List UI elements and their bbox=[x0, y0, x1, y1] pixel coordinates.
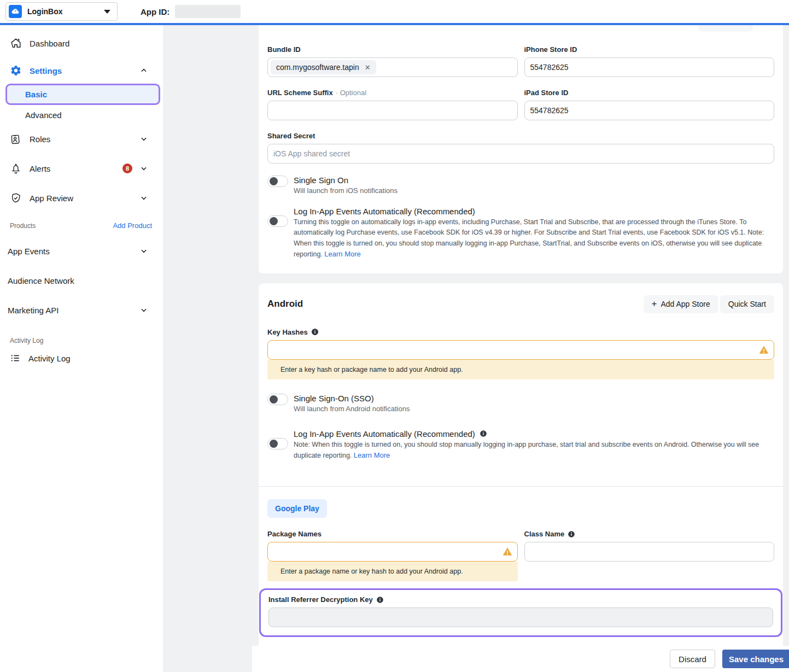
app-selector-dropdown[interactable]: LoginBox bbox=[5, 2, 118, 21]
list-icon bbox=[10, 353, 21, 364]
sidebar-item-label: App Review bbox=[30, 194, 73, 203]
url-scheme-suffix-label: URL Scheme Suffix · Optional bbox=[267, 89, 518, 97]
class-name-label: Class Name bbox=[524, 530, 775, 538]
activity-log-section-label: Activity Log bbox=[0, 337, 163, 344]
sidebar-item-audience-network[interactable]: Audience Network bbox=[0, 272, 163, 289]
warning-icon bbox=[502, 546, 513, 557]
discard-button[interactable]: Discard bbox=[670, 650, 715, 668]
ios-log-events-toggle-row: Log In-App Events Automatically (Recomme… bbox=[267, 207, 774, 260]
dropdown-caret-icon bbox=[104, 10, 110, 14]
iphone-store-id-label: iPhone Store ID bbox=[524, 45, 775, 54]
sidebar-item-label: Settings bbox=[30, 66, 62, 75]
sidebar-item-alerts[interactable]: Alerts 8 bbox=[0, 160, 163, 177]
bundle-id-chip: com.mygosoftware.tapin ✕ bbox=[271, 60, 376, 74]
app-logo-icon bbox=[9, 5, 22, 18]
install-referrer-input[interactable] bbox=[268, 607, 773, 627]
sidebar-item-label: Activity Log bbox=[28, 354, 71, 363]
key-hashes-hint-banner: Enter a key hash or package name to add … bbox=[267, 360, 774, 379]
sidebar-item-label: Roles bbox=[30, 135, 50, 144]
sidebar-item-dashboard[interactable]: Dashboard bbox=[0, 35, 163, 51]
quick-start-button[interactable]: Quick Start bbox=[720, 295, 774, 313]
android-sso-toggle-row: Single Sign-On (SSO) Will launch from An… bbox=[267, 394, 774, 413]
ios-log-events-toggle[interactable] bbox=[267, 215, 288, 227]
info-icon[interactable] bbox=[480, 430, 487, 437]
shared-secret-label: Shared Secret bbox=[267, 132, 774, 140]
products-label: Products bbox=[10, 222, 36, 230]
sidebar-item-label: Dashboard bbox=[30, 39, 69, 48]
shield-check-icon bbox=[10, 192, 22, 204]
package-names-label: Package Names bbox=[267, 530, 518, 538]
info-icon[interactable] bbox=[311, 328, 319, 336]
sidebar-item-roles[interactable]: Roles bbox=[0, 131, 163, 147]
toggle-knob bbox=[270, 177, 278, 185]
add-product-link[interactable]: Add Product bbox=[113, 221, 152, 230]
sidebar-item-label: Audience Network bbox=[8, 276, 74, 285]
sidebar-item-activity-log[interactable]: Activity Log bbox=[0, 350, 163, 366]
android-settings-card: Android + Add App Store Quick Start Key … bbox=[259, 283, 783, 672]
install-referrer-highlight-box: Install Referrer Decryption Key bbox=[259, 588, 782, 637]
ios-log-events-label: Log In-App Events Automatically (Recomme… bbox=[294, 207, 774, 216]
key-hashes-input[interactable] bbox=[267, 340, 774, 360]
bundle-id-label: Bundle ID bbox=[267, 45, 518, 54]
url-scheme-suffix-input[interactable] bbox=[267, 101, 518, 120]
ios-sso-label: Single Sign On bbox=[294, 176, 398, 185]
ios-sso-toggle-row: Single Sign On Will launch from iOS noti… bbox=[267, 176, 774, 195]
ipad-store-id-label: iPad Store ID bbox=[524, 89, 775, 97]
android-log-events-toggle-row: Log In-App Events Automatically (Recomme… bbox=[267, 429, 774, 461]
roles-badge-icon bbox=[10, 133, 22, 145]
toggle-knob bbox=[270, 217, 278, 225]
android-log-events-description: Note: When this toggle is turned on, you… bbox=[294, 440, 774, 461]
key-hashes-label: Key Hashes bbox=[267, 328, 774, 336]
sidebar-item-label: App Events bbox=[8, 247, 50, 256]
save-bar: Discard Save changes bbox=[252, 646, 789, 672]
warning-icon bbox=[758, 344, 769, 355]
ipad-store-id-input[interactable] bbox=[524, 101, 775, 120]
android-sso-label: Single Sign-On (SSO) bbox=[294, 394, 410, 403]
sidebar-products-header: Products Add Product bbox=[0, 221, 163, 230]
android-log-events-label: Log In-App Events Automatically (Recomme… bbox=[294, 429, 774, 439]
sidebar-item-app-events[interactable]: App Events bbox=[0, 243, 163, 259]
chevron-down-icon bbox=[140, 247, 148, 255]
save-changes-button[interactable]: Save changes bbox=[722, 650, 789, 668]
package-names-hint-banner: Enter a package name or key hash to add … bbox=[267, 562, 518, 581]
top-bar: LoginBox App ID: bbox=[0, 0, 789, 23]
sidebar-item-label: Marketing API bbox=[8, 306, 59, 315]
add-app-store-button[interactable]: + Add App Store bbox=[644, 295, 718, 313]
chevron-down-icon bbox=[140, 135, 148, 143]
google-play-tab[interactable]: Google Play bbox=[267, 499, 327, 518]
chevron-down-icon bbox=[140, 306, 148, 314]
home-icon bbox=[10, 37, 22, 49]
main-content: Bundle ID com.mygosoftware.tapin ✕ iPhon… bbox=[163, 25, 789, 672]
alerts-count-badge: 8 bbox=[122, 163, 132, 173]
sidebar-item-label: Advanced bbox=[25, 110, 62, 120]
info-icon[interactable] bbox=[568, 530, 575, 538]
sidebar-item-marketing-api[interactable]: Marketing API bbox=[0, 302, 163, 318]
sidebar-item-settings-advanced[interactable]: Advanced bbox=[0, 108, 163, 122]
chevron-up-icon bbox=[140, 67, 148, 74]
section-divider bbox=[259, 486, 783, 487]
iphone-store-id-input[interactable] bbox=[524, 57, 775, 77]
plus-icon: + bbox=[652, 299, 657, 309]
install-referrer-label: Install Referrer Decryption Key bbox=[268, 595, 773, 604]
toggle-knob bbox=[270, 440, 278, 448]
app-id-label: App ID: bbox=[141, 7, 170, 16]
learn-more-link[interactable]: Learn More bbox=[354, 451, 390, 459]
android-sso-toggle[interactable] bbox=[267, 394, 288, 405]
package-names-input[interactable] bbox=[267, 542, 518, 562]
class-name-input[interactable] bbox=[524, 542, 775, 562]
android-section-title: Android bbox=[267, 299, 303, 309]
sidebar-item-settings-basic[interactable]: Basic bbox=[5, 84, 160, 105]
android-sso-subtext: Will launch from Android notifications bbox=[294, 405, 410, 413]
chip-remove-icon[interactable]: ✕ bbox=[365, 63, 371, 72]
app-id-redacted-value bbox=[175, 5, 241, 18]
bundle-id-input[interactable]: com.mygosoftware.tapin ✕ bbox=[267, 57, 518, 77]
sidebar-item-settings[interactable]: Settings bbox=[0, 62, 163, 79]
shared-secret-input[interactable] bbox=[267, 144, 774, 163]
sidebar: Dashboard Settings Basic Advanced Roles bbox=[0, 25, 163, 672]
info-icon[interactable] bbox=[376, 596, 384, 604]
ios-sso-toggle[interactable] bbox=[267, 176, 288, 187]
chevron-down-icon bbox=[140, 194, 148, 202]
sidebar-item-app-review[interactable]: App Review bbox=[0, 190, 163, 206]
android-log-events-toggle[interactable] bbox=[267, 438, 288, 449]
learn-more-link[interactable]: Learn More bbox=[324, 250, 360, 258]
